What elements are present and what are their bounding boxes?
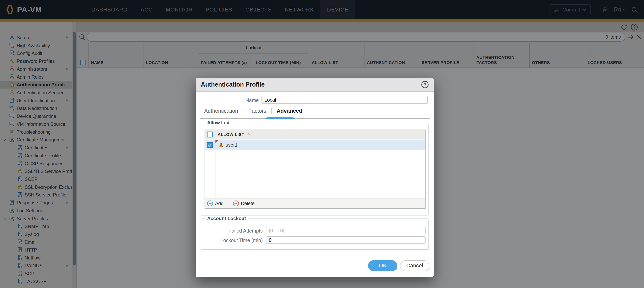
ok-button[interactable]: OK <box>368 260 398 271</box>
tabs-rule <box>200 118 430 119</box>
dialog-tab-advanced[interactable]: Advanced <box>276 108 302 114</box>
active-tab-underline <box>265 117 295 119</box>
allow-list-fieldset: Allow List ALLOW LIST <box>201 123 428 216</box>
authentication-profile-dialog: Authentication Profile ? Name Authentica… <box>196 78 434 277</box>
dialog-header: Authentication Profile ? <box>196 78 434 92</box>
tab-separator <box>243 108 244 114</box>
delete-button[interactable]: Delete <box>233 200 254 207</box>
dialog-help-icon[interactable]: ? <box>422 81 428 88</box>
cancel-button[interactable]: Cancel <box>400 260 429 271</box>
failed-attempts-input[interactable] <box>266 227 426 234</box>
dialog-title: Authentication Profile <box>201 78 265 91</box>
allow-list-footer: Add Delete <box>205 198 425 208</box>
dialog-tab-authentication[interactable]: Authentication <box>204 108 238 114</box>
allow-list-table-header: ALLOW LIST <box>205 130 425 140</box>
delete-label: Delete <box>241 201 254 206</box>
add-button[interactable]: Add <box>207 200 224 207</box>
allow-list-row[interactable]: user1 <box>205 140 425 150</box>
add-plus-icon <box>207 200 213 207</box>
failed-attempts-label: Failed Attempts <box>201 228 263 234</box>
allow-list-select-all-checkbox[interactable] <box>207 132 213 138</box>
check-icon <box>208 143 212 147</box>
account-lockout-legend: Account Lockout <box>205 216 248 221</box>
name-input[interactable] <box>262 96 428 104</box>
allow-list-column-label: ALLOW LIST <box>218 132 244 137</box>
dialog-tab-factors[interactable]: Factors <box>248 108 266 114</box>
dialog-tabs: AuthenticationFactorsAdvanced <box>204 107 302 115</box>
sort-ascending-caret-icon <box>246 133 250 136</box>
delete-minus-icon <box>233 200 239 207</box>
name-label: Name <box>196 97 259 103</box>
lockout-time-input[interactable] <box>266 236 426 244</box>
add-label: Add <box>215 201 224 206</box>
lockout-time-label: Lockout Time (min) <box>201 238 263 243</box>
allow-list-sort-header[interactable]: ALLOW LIST <box>218 130 250 139</box>
allow-list-legend: Allow List <box>205 120 232 126</box>
allow-list-table: ALLOW LIST user1 <box>204 130 426 209</box>
row-checkbox-checked[interactable] <box>207 142 213 148</box>
allow-list-user-name: user1 <box>226 140 238 150</box>
user-icon <box>218 143 224 148</box>
tab-separator <box>271 108 272 114</box>
account-lockout-fieldset: Account Lockout Failed Attempts Lockout … <box>201 218 428 250</box>
